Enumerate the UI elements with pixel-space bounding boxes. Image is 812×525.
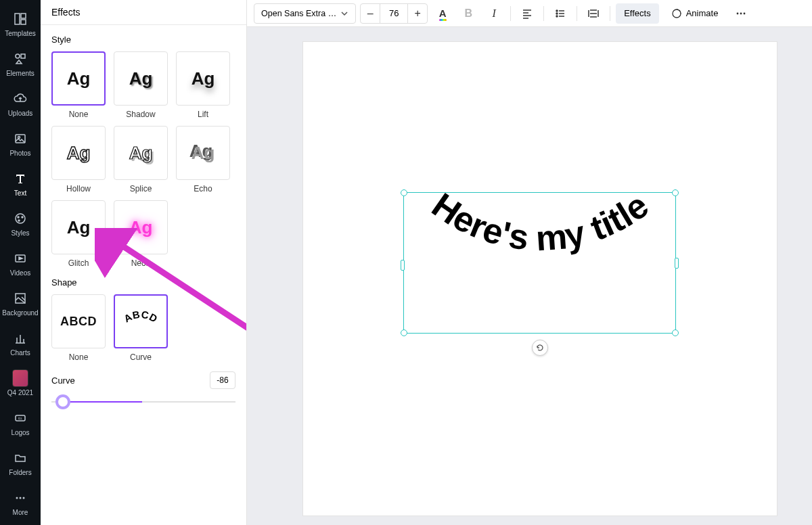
- rail-q4-2021[interactable]: Q4 2021: [0, 363, 41, 403]
- shape-tile-label: Curve: [130, 352, 152, 362]
- bold-button[interactable]: B: [457, 3, 479, 24]
- effects-button[interactable]: Effects: [616, 3, 659, 24]
- style-thumb: Ag: [51, 126, 106, 180]
- style-tile-lift[interactable]: AgLift: [176, 51, 230, 119]
- shape-tile-none[interactable]: ABCDNone: [51, 294, 106, 362]
- rail-more[interactable]: More: [0, 483, 41, 523]
- canvas-page[interactable]: Here's my title: [303, 42, 777, 516]
- svg-text:Here's my title: Here's my title: [425, 193, 655, 258]
- elements-icon: [12, 51, 28, 67]
- svg-point-25: [740, 12, 742, 14]
- more-options-button[interactable]: [730, 3, 752, 24]
- rail-label: Templates: [5, 30, 36, 37]
- style-thumb: Ag: [114, 200, 168, 254]
- animate-button[interactable]: Animate: [663, 3, 727, 24]
- resize-handle-mr[interactable]: [675, 258, 679, 269]
- rail-label: Text: [14, 189, 26, 197]
- style-tile-label: Glitch: [68, 258, 89, 268]
- style-tile-echo[interactable]: AgEcho: [176, 126, 230, 193]
- font-size-increase[interactable]: +: [408, 4, 427, 23]
- rail-uploads[interactable]: Uploads: [0, 84, 41, 124]
- rail-templates[interactable]: Templates: [0, 4, 41, 44]
- rail-elements[interactable]: Elements: [0, 44, 41, 84]
- text-color-button[interactable]: A: [432, 3, 453, 24]
- rail-photos[interactable]: Photos: [0, 124, 41, 164]
- effects-panel: Effects Style AgNoneAgShadowAgLiftAgHoll…: [41, 0, 247, 525]
- font-family-select[interactable]: Open Sans Extra …: [254, 3, 356, 24]
- shape-tiles: ABCDNoneABCDCurve: [51, 294, 235, 362]
- rail-label: Videos: [10, 269, 30, 277]
- list-button[interactable]: [549, 3, 571, 24]
- rail-label: Uploads: [8, 110, 33, 117]
- curve-slider[interactable]: [51, 393, 235, 412]
- rail-label: Folders: [9, 469, 31, 476]
- resize-handle-tr[interactable]: [672, 189, 679, 196]
- style-thumb: Ag: [176, 51, 230, 106]
- rotate-icon: [535, 343, 545, 352]
- left-nav-rail: Templates Elements Uploads Photos Text S…: [0, 0, 41, 525]
- text-icon: [12, 170, 28, 187]
- style-tile-glitch[interactable]: AgGlitch: [51, 200, 106, 268]
- background-icon: [12, 290, 28, 306]
- resize-handle-bl[interactable]: [401, 329, 407, 336]
- svg-point-15: [16, 497, 18, 499]
- svg-rect-0: [15, 14, 20, 24]
- rotate-handle[interactable]: [532, 340, 548, 356]
- rail-logos[interactable]: co. Logos: [0, 403, 41, 443]
- rail-folders[interactable]: Folders: [0, 443, 41, 483]
- videos-icon: [12, 250, 28, 267]
- style-tile-hollow[interactable]: AgHollow: [51, 126, 106, 193]
- style-tile-label: None: [69, 110, 89, 119]
- text-selection-box[interactable]: Here's my title: [403, 192, 676, 334]
- separator: [577, 6, 577, 21]
- curve-value-field[interactable]: -86: [210, 371, 235, 389]
- style-tile-none[interactable]: AgNone: [51, 51, 106, 119]
- font-name: Open Sans Extra …: [261, 9, 336, 18]
- font-size-decrease[interactable]: –: [361, 4, 380, 23]
- font-size-value[interactable]: 76: [380, 4, 408, 23]
- curved-text[interactable]: Here's my title: [404, 193, 677, 334]
- shape-tile-curve[interactable]: ABCDCurve: [114, 294, 168, 362]
- rail-videos[interactable]: Videos: [0, 244, 41, 283]
- rail-background[interactable]: Background: [0, 283, 41, 323]
- slider-fill: [61, 401, 142, 403]
- resize-handle-ml[interactable]: [401, 260, 405, 271]
- animate-icon: [671, 8, 682, 19]
- avatar-icon: [12, 370, 28, 386]
- slider-knob[interactable]: [55, 394, 70, 409]
- style-tile-label: Shadow: [126, 110, 155, 119]
- style-thumb: Ag: [51, 51, 106, 106]
- style-tile-shadow[interactable]: AgShadow: [114, 51, 168, 119]
- svg-text:ABCD: ABCD: [122, 311, 160, 325]
- panel-body: Style AgNoneAgShadowAgLiftAgHollowAgSpli…: [41, 25, 246, 421]
- rail-label: Charts: [10, 349, 30, 357]
- main-area: Open Sans Extra … – 76 + A B I Effects A…: [247, 0, 812, 525]
- style-tile-label: Neon: [131, 258, 151, 268]
- svg-point-17: [23, 497, 25, 499]
- rail-label: Q4 2021: [7, 389, 33, 396]
- alignment-button[interactable]: [516, 3, 538, 24]
- svg-point-24: [737, 12, 739, 14]
- rail-label: Photos: [9, 150, 30, 157]
- shape-thumb: ABCD: [114, 294, 168, 348]
- canvas-stage[interactable]: Here's my title: [247, 27, 812, 525]
- style-tile-neon[interactable]: AgNeon: [114, 200, 168, 268]
- style-tile-label: Lift: [198, 110, 208, 119]
- rail-charts[interactable]: Charts: [0, 323, 41, 363]
- resize-handle-tl[interactable]: [401, 189, 407, 196]
- svg-rect-1: [21, 14, 26, 18]
- folders-icon: [12, 450, 28, 466]
- resize-handle-br[interactable]: [672, 329, 679, 336]
- shape-tile-label: None: [69, 352, 89, 362]
- style-tile-splice[interactable]: AgSplice: [114, 126, 168, 193]
- italic-button[interactable]: I: [483, 3, 505, 24]
- panel-title: Effects: [41, 0, 246, 25]
- rail-styles[interactable]: Styles: [0, 204, 41, 244]
- shape-thumb: ABCD: [51, 294, 106, 348]
- rail-label: More: [13, 509, 28, 516]
- logos-icon: co.: [12, 410, 28, 426]
- rail-text[interactable]: Text: [0, 164, 41, 204]
- spacing-button[interactable]: [583, 3, 604, 24]
- uploads-icon: [12, 91, 28, 107]
- svg-point-10: [18, 220, 20, 221]
